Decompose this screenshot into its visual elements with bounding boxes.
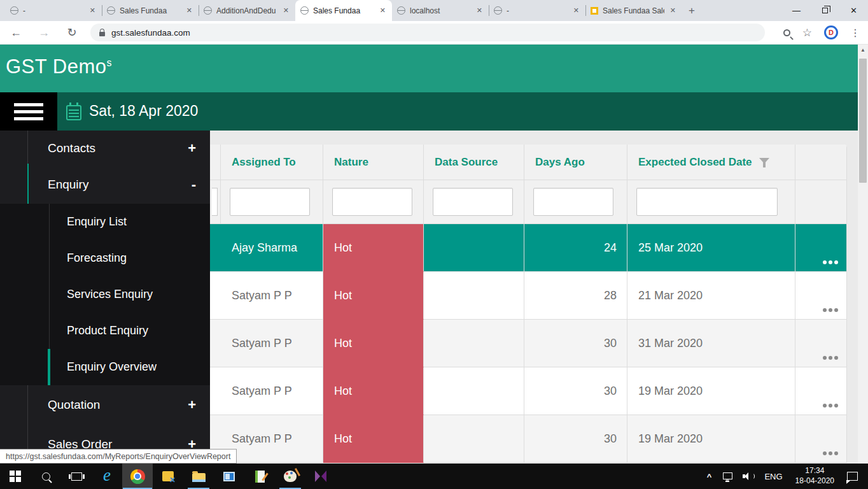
taskbar-search-button[interactable] [31, 464, 61, 489]
column-header-days-ago[interactable]: Days Ago [524, 145, 627, 180]
cell-assigned-to[interactable]: Satyam P P [221, 367, 323, 415]
zoom-icon[interactable] [783, 29, 790, 36]
window-restore-button[interactable] [811, 0, 839, 21]
sidebar-item-enquiry-list[interactable]: Enquiry List [0, 204, 210, 240]
reload-button[interactable]: ↻ [65, 25, 79, 39]
browser-tab[interactable]: Sales Fundaa Sales ✕ [585, 0, 682, 21]
cell-days-ago[interactable]: 30 [524, 367, 627, 415]
cell-expected-closed-date[interactable]: 19 Mar 2020 [627, 415, 795, 463]
task-view-button[interactable] [61, 464, 92, 489]
row-actions-button[interactable] [823, 404, 838, 408]
column-header-assigned-to[interactable]: Assigned To [221, 145, 323, 180]
filter-input-nature[interactable] [332, 188, 412, 216]
row-actions-button[interactable] [823, 308, 838, 312]
sidebar-item-contacts[interactable]: Contacts + [0, 131, 210, 166]
tab-close-icon[interactable]: ✕ [475, 5, 484, 16]
language-indicator[interactable]: ENG [764, 472, 782, 481]
internet-explorer-button[interactable]: e [92, 464, 122, 489]
sidebar-item-forecasting[interactable]: Forecasting [0, 240, 210, 276]
window-minimize-button[interactable]: — [782, 0, 811, 21]
filter-input-expected-closed-date[interactable] [636, 188, 778, 216]
cell-nature[interactable]: Hot [323, 224, 424, 272]
forward-button[interactable]: → [37, 26, 51, 39]
tab-close-icon[interactable]: ✕ [185, 5, 193, 16]
cell-data-source[interactable] [424, 415, 524, 463]
tray-expand-icon[interactable]: ^ [700, 472, 718, 481]
bookmark-star-icon[interactable]: ☆ [802, 26, 812, 39]
row-actions-button[interactable] [823, 451, 838, 455]
cell-assigned-to[interactable]: Satyam P P [221, 272, 323, 320]
column-header-nature[interactable]: Nature [323, 145, 424, 180]
cell-data-source[interactable] [424, 224, 524, 272]
browser-tab[interactable]: - ✕ [489, 0, 585, 21]
cell-expected-closed-date[interactable]: 31 Mar 2020 [627, 320, 795, 367]
scrollbar-up-arrow[interactable]: ▲ [858, 45, 868, 55]
window-close-button[interactable]: ✕ [839, 0, 868, 21]
filter-input-data-source[interactable] [433, 188, 513, 216]
cell-days-ago[interactable]: 24 [524, 224, 627, 272]
cell-expected-closed-date[interactable]: 25 Mar 2020 [627, 224, 795, 272]
cell-assigned-to[interactable]: Ajay Sharma [221, 224, 323, 272]
network-icon[interactable] [723, 472, 732, 479]
app-window-button[interactable] [214, 464, 244, 489]
tab-close-icon[interactable]: ✕ [88, 5, 97, 16]
browser-tab[interactable]: - ✕ [5, 0, 102, 21]
new-tab-button[interactable]: + [682, 0, 701, 21]
row-actions-button[interactable] [823, 260, 838, 264]
menu-toggle-button[interactable] [0, 92, 57, 131]
sidebar-item-product-enquiry[interactable]: Product Enquiry [0, 313, 210, 349]
cell-days-ago[interactable]: 30 [524, 415, 627, 463]
plus-icon[interactable]: + [188, 397, 196, 413]
file-explorer-button[interactable] [183, 464, 214, 489]
filter-funnel-icon[interactable] [759, 157, 770, 167]
cell-days-ago[interactable]: 28 [524, 272, 627, 320]
cell-nature[interactable]: Hot [323, 415, 424, 463]
taskbar-clock[interactable]: 17:3418-04-2020 [795, 466, 834, 486]
sidebar-item-enquiry[interactable]: Enquiry - [0, 166, 210, 204]
chrome-button[interactable] [122, 464, 153, 489]
tab-close-icon[interactable]: ✕ [669, 5, 677, 16]
plus-icon[interactable]: + [188, 140, 196, 157]
row-actions-button[interactable] [823, 356, 838, 360]
column-header-data-source[interactable]: Data Source [424, 145, 524, 180]
sidebar-item-quotation[interactable]: Quotation + [0, 385, 210, 425]
back-button[interactable]: ← [9, 26, 23, 39]
cell-assigned-to[interactable]: Satyam P P [221, 320, 323, 367]
scrollbar-thumb[interactable] [859, 59, 867, 183]
page-scrollbar[interactable]: ▲ [858, 45, 868, 464]
cell-data-source[interactable] [424, 272, 524, 320]
tab-close-icon[interactable]: ✕ [379, 5, 387, 16]
cell-expected-closed-date[interactable]: 19 Mar 2020 [627, 367, 795, 415]
app-title-superscript: s [106, 57, 112, 68]
tab-close-icon[interactable]: ✕ [282, 5, 290, 16]
cell-nature[interactable]: Hot [323, 320, 424, 367]
notepad-button[interactable] [244, 464, 275, 489]
cell-data-source[interactable] [424, 320, 524, 367]
volume-icon[interactable] [743, 472, 753, 480]
browser-tab-active[interactable]: Sales Fundaa ✕ [295, 0, 392, 21]
address-bar[interactable]: gst.salesfundaa.com [90, 24, 765, 41]
browser-tab[interactable]: Sales Fundaa ✕ [102, 0, 199, 21]
download-manager-extension-icon[interactable]: D [824, 25, 838, 39]
cell-days-ago[interactable]: 30 [524, 320, 627, 367]
admin-tools-button[interactable] [153, 464, 183, 489]
browser-menu-icon[interactable]: ⋮ [850, 27, 860, 39]
column-header-expected-closed-date[interactable]: Expected Closed Date [627, 145, 795, 180]
cell-data-source[interactable] [424, 367, 524, 415]
tab-close-icon[interactable]: ✕ [572, 5, 580, 16]
browser-tab[interactable]: AdditionAndDedu ✕ [199, 0, 295, 21]
action-center-icon[interactable] [847, 472, 858, 481]
minus-icon[interactable]: - [192, 176, 196, 193]
cell-nature[interactable]: Hot [323, 367, 424, 415]
paint-button[interactable] [275, 464, 305, 489]
sidebar-item-enquiry-overview[interactable]: Enquiry Overview [0, 349, 210, 385]
cell-expected-closed-date[interactable]: 21 Mar 2020 [627, 272, 795, 320]
filter-input-days-ago[interactable] [533, 188, 613, 216]
start-button[interactable] [0, 464, 31, 489]
browser-tab[interactable]: localhost ✕ [392, 0, 489, 21]
filter-input-assigned-to[interactable] [230, 188, 310, 216]
sidebar-item-services-enquiry[interactable]: Services Enquiry [0, 276, 210, 313]
cell-nature[interactable]: Hot [323, 272, 424, 320]
visual-studio-button[interactable] [305, 464, 336, 489]
url-text[interactable]: gst.salesfundaa.com [111, 28, 190, 38]
